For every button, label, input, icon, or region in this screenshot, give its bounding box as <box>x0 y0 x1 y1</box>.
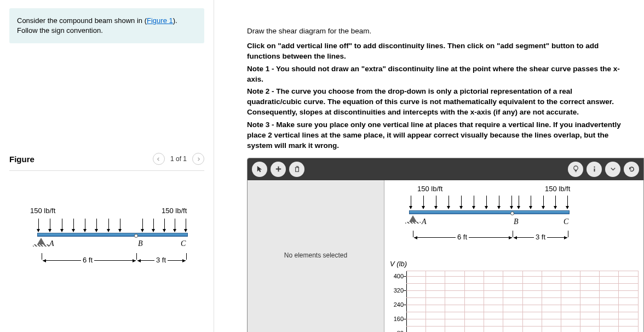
instruction-click: Click on "add vertical line off" to add … <box>247 41 628 62</box>
figure-page-indicator: 1 of 1 <box>170 155 187 163</box>
add-button[interactable] <box>271 162 286 177</box>
instruction-draw: Draw the shear diagram for the beam. <box>247 26 628 37</box>
svg-point-1 <box>594 167 595 168</box>
note-2: Note 2 - The curve you choose from the d… <box>247 87 628 118</box>
cursor-icon <box>256 165 264 173</box>
load-label-right: 150 lb/ft <box>162 207 187 215</box>
figure-link[interactable]: Figure 1 <box>147 16 173 25</box>
info-icon <box>590 165 599 173</box>
problem-intro: Consider the compound beam shown in (Fig… <box>9 8 204 43</box>
chart-grid[interactable]: 400 320 240 160 80 <box>406 271 638 332</box>
graph-toolbar <box>248 158 643 180</box>
hint-button[interactable] <box>568 162 583 177</box>
chevron-left-icon <box>156 157 161 162</box>
load-label-left: 150 lb/ft <box>30 207 55 215</box>
trash-icon <box>293 165 301 173</box>
next-figure-button[interactable] <box>192 153 204 165</box>
svg-rect-2 <box>594 169 595 172</box>
refresh-button[interactable] <box>624 162 639 177</box>
graph-canvas[interactable]: 150 lb/ft 150 lb/ft A B C <box>384 180 643 332</box>
selection-panel: No elements selected <box>248 180 384 332</box>
pin-B <box>134 234 138 238</box>
mini-load-left: 150 lb/ft <box>417 185 442 193</box>
note-3: Note 3 - Make sure you place only one ve… <box>247 120 628 151</box>
beam-bar <box>37 233 188 237</box>
delete-button[interactable] <box>289 162 304 177</box>
chevron-right-icon <box>196 157 201 162</box>
beam-figure: 150 lb/ft 150 lb/ft A B C 6 ft 3 ft <box>16 207 197 289</box>
dropdown-button[interactable] <box>605 162 620 177</box>
svg-point-0 <box>573 166 578 170</box>
y-axis-label: V (lb) <box>390 260 407 268</box>
plus-icon <box>274 165 283 173</box>
refresh-icon <box>628 165 636 173</box>
note-1: Note 1 - You should not draw an "extra" … <box>247 64 628 85</box>
info-button[interactable] <box>586 162 602 177</box>
point-A-label: A <box>49 239 54 248</box>
divider <box>9 170 204 171</box>
cursor-tool-button[interactable] <box>252 162 267 177</box>
prev-figure-button[interactable] <box>153 153 165 165</box>
mini-load-right: 150 lb/ft <box>545 185 570 193</box>
lightbulb-icon <box>572 165 580 173</box>
figure-title: Figure <box>9 154 153 164</box>
point-C-label: C <box>181 239 186 248</box>
chevron-down-icon <box>609 165 617 173</box>
support-A <box>37 238 45 244</box>
point-B-label: B <box>138 239 143 248</box>
